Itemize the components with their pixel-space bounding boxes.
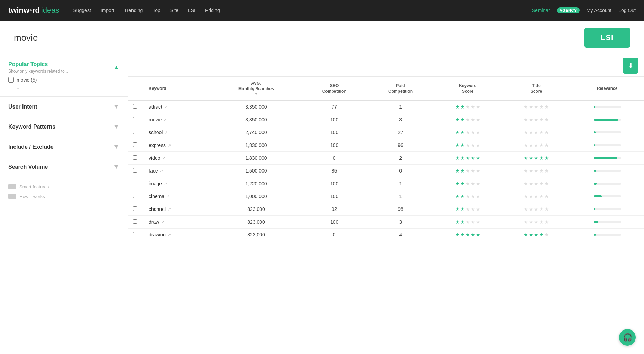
nav-pricing[interactable]: Pricing <box>205 8 220 13</box>
row-checkbox-cell[interactable] <box>128 216 142 229</box>
row-checkbox-cell[interactable] <box>128 113 142 126</box>
nav-seminar[interactable]: Seminar <box>532 8 550 13</box>
keyword-link-10[interactable]: drawing ↗ <box>149 232 208 237</box>
th-seo-competition[interactable]: SEO Competition <box>301 77 367 100</box>
keyword-link-9[interactable]: draw ↗ <box>149 219 208 225</box>
nav-log-out[interactable]: Log Out <box>618 8 636 13</box>
external-link-icon: ↗ <box>168 233 171 237</box>
row-checkbox-cell[interactable] <box>128 152 142 165</box>
row-checkbox-0[interactable] <box>133 104 137 109</box>
row-keyword-6: image ↗ <box>142 177 211 190</box>
keyword-link-2[interactable]: school ↗ <box>149 130 208 135</box>
row-avg-3: 1,830,000 <box>211 139 301 152</box>
keyword-link-8[interactable]: channel ↗ <box>149 206 208 212</box>
row-checkbox-2[interactable] <box>133 130 137 134</box>
row-checkbox-cell[interactable] <box>128 177 142 190</box>
logo-twinword: twinw•rd <box>8 6 40 15</box>
row-checkbox-3[interactable] <box>133 142 137 147</box>
chevron-down-icon-2: ▼ <box>113 123 119 130</box>
external-link-icon: ↗ <box>166 194 169 199</box>
nav-my-account[interactable]: My Account <box>587 8 611 13</box>
row-keyword-10: drawing ↗ <box>142 229 211 241</box>
include-exclude-title: Include / Exclude <box>8 144 54 150</box>
row-relevance-9 <box>570 216 644 229</box>
search-area: movie LSI <box>0 21 644 55</box>
support-bubble[interactable]: 🎧 <box>619 329 636 346</box>
nav-lsi[interactable]: LSI <box>188 8 195 13</box>
search-volume-header[interactable]: Search Volume ▼ <box>8 163 119 170</box>
nav-import[interactable]: Import <box>101 8 114 13</box>
table-row: movie ↗ 3,350,000 100 3 ★★★★★ ★★★★★ <box>128 113 644 126</box>
th-title-score[interactable]: Title Score <box>502 77 571 100</box>
keyword-link-7[interactable]: cinema ↗ <box>149 194 208 199</box>
sidebar-include-exclude[interactable]: Include / Exclude ▼ <box>0 137 128 157</box>
row-seo-10: 0 <box>301 229 367 241</box>
lsi-button[interactable]: LSI <box>584 28 630 48</box>
nav-suggest[interactable]: Suggest <box>73 8 91 13</box>
topic-movie-checkbox[interactable] <box>8 77 14 83</box>
download-button[interactable]: ⬇ <box>623 58 638 74</box>
keyword-link-0[interactable]: attract ↗ <box>149 104 208 110</box>
row-checkbox-cell[interactable] <box>128 100 142 113</box>
row-checkbox-cell[interactable] <box>128 203 142 216</box>
select-all-checkbox[interactable] <box>133 86 137 90</box>
sidebar-keyword-patterns[interactable]: Keyword Patterns ▼ <box>0 117 128 137</box>
keyword-link-4[interactable]: video ↗ <box>149 155 208 161</box>
row-checkbox-cell[interactable] <box>128 139 142 152</box>
popular-topics-header[interactable]: Popular Topics Show only keywords relate… <box>8 61 119 74</box>
external-link-icon: ↗ <box>165 130 168 135</box>
row-title-score-2: ★★★★★ <box>502 126 571 139</box>
row-checkbox-cell[interactable] <box>128 165 142 177</box>
row-title-score-5: ★★★★★ <box>502 165 571 177</box>
th-paid-competition[interactable]: Paid Competition <box>367 77 433 100</box>
external-link-icon: ↗ <box>168 207 171 212</box>
keyword-link-1[interactable]: movie ↗ <box>149 117 208 122</box>
th-relevance[interactable]: Relevance <box>570 77 644 100</box>
nav-site[interactable]: Site <box>170 8 178 13</box>
row-paid-0: 1 <box>367 100 433 113</box>
table-header-actions: ⬇ <box>128 55 644 77</box>
th-select-all[interactable] <box>128 77 142 100</box>
th-avg-monthly[interactable]: AVG. Monthly Searches ▼ <box>211 77 301 100</box>
row-avg-8: 823,000 <box>211 203 301 216</box>
row-avg-0: 3,350,000 <box>211 100 301 113</box>
include-exclude-header[interactable]: Include / Exclude ▼ <box>8 143 119 150</box>
sidebar-search-volume[interactable]: Search Volume ▼ <box>0 157 128 177</box>
row-checkbox-6[interactable] <box>133 181 137 185</box>
row-keyword-score-9: ★★★★★ <box>434 216 502 229</box>
keyword-link-6[interactable]: image ↗ <box>149 181 208 186</box>
row-checkbox-10[interactable] <box>133 232 137 236</box>
keyword-link-3[interactable]: express ↗ <box>149 142 208 148</box>
sidebar-user-intent[interactable]: User Intent ▼ <box>0 97 128 117</box>
row-checkbox-cell[interactable] <box>128 126 142 139</box>
user-intent-header[interactable]: User Intent ▼ <box>8 103 119 110</box>
row-checkbox-1[interactable] <box>133 117 137 121</box>
smart-features-link[interactable]: Smart features <box>8 184 119 189</box>
sidebar-popular-topics: Popular Topics Show only keywords relate… <box>0 55 128 97</box>
row-checkbox-4[interactable] <box>133 155 137 160</box>
row-seo-3: 100 <box>301 139 367 152</box>
nav-top[interactable]: Top <box>153 8 160 13</box>
row-checkbox-7[interactable] <box>133 194 137 198</box>
row-paid-2: 27 <box>367 126 433 139</box>
logo[interactable]: twinw•rd ideas <box>8 6 59 15</box>
external-link-icon: ↗ <box>160 169 163 173</box>
row-title-score-6: ★★★★★ <box>502 177 571 190</box>
row-seo-5: 85 <box>301 165 367 177</box>
row-checkbox-cell[interactable] <box>128 229 142 241</box>
row-checkbox-8[interactable] <box>133 206 137 211</box>
row-checkbox-9[interactable] <box>133 219 137 224</box>
external-link-icon: ↗ <box>164 118 167 122</box>
keyword-link-5[interactable]: face ↗ <box>149 168 208 174</box>
row-avg-2: 2,740,000 <box>211 126 301 139</box>
th-keyword-score[interactable]: Keyword Score <box>434 77 502 100</box>
external-link-icon: ↗ <box>161 220 164 224</box>
row-checkbox-cell[interactable] <box>128 190 142 203</box>
keyword-patterns-header[interactable]: Keyword Patterns ▼ <box>8 123 119 130</box>
how-it-works-link[interactable]: How it works <box>8 194 119 199</box>
nav-trending[interactable]: Trending <box>124 8 143 13</box>
external-link-icon: ↗ <box>164 105 167 109</box>
row-checkbox-5[interactable] <box>133 168 137 173</box>
row-seo-8: 92 <box>301 203 367 216</box>
topic-movie[interactable]: movie (5) <box>8 77 119 83</box>
